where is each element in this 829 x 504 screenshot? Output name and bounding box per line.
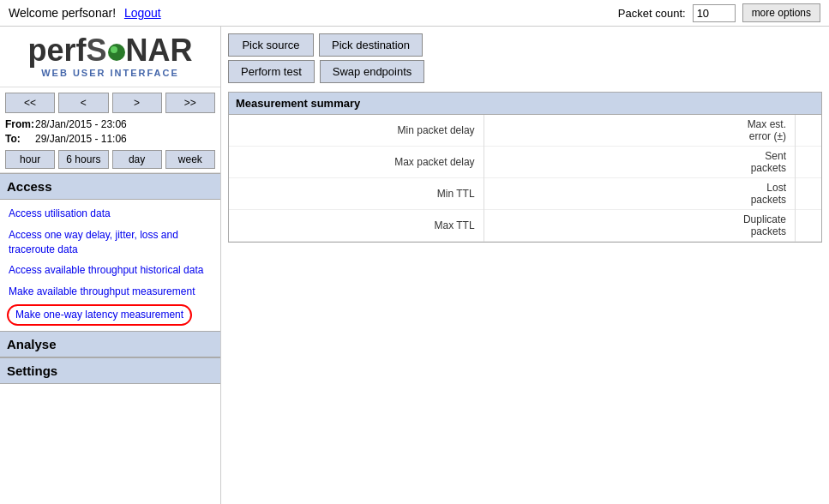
- from-label: From:: [5, 118, 35, 130]
- header: Welcome perfsonar! Logout Packet count: …: [0, 0, 829, 27]
- packet-count-label: Packet count:: [618, 7, 686, 20]
- access-delay-link[interactable]: Access one way delay, jitter, loss and t…: [7, 225, 213, 261]
- min-ttl-value: [484, 178, 735, 210]
- access-section-links: Access utilisation data Access one way d…: [0, 200, 220, 331]
- time-range-hour[interactable]: hour: [5, 150, 55, 169]
- min-packet-delay-label: Min packet delay: [229, 115, 484, 147]
- min-ttl-label: Min TTL: [229, 178, 484, 210]
- table-row: Max packet delay Sent packets: [229, 147, 821, 178]
- make-latency-link[interactable]: Make one-way latency measurement: [7, 304, 192, 326]
- lost-packets-label: Lost packets: [735, 178, 796, 210]
- to-row: To: 29/Jan/2015 - 11:06: [5, 133, 215, 145]
- main-layout: perfSNAR WEB USER INTERFACE << < > >> Fr…: [0, 27, 829, 504]
- measurement-summary: Measurement summary Min packet delay Max…: [228, 92, 822, 243]
- table-row: Min packet delay Max est. error (±): [229, 115, 821, 147]
- sidebar: perfSNAR WEB USER INTERFACE << < > >> Fr…: [0, 27, 221, 504]
- time-range-buttons: hour 6 hours day week: [5, 150, 215, 169]
- nav-first-button[interactable]: <<: [5, 93, 55, 113]
- logo-nar: NAR: [126, 33, 193, 68]
- pick-source-button[interactable]: Pick source: [228, 33, 314, 57]
- max-ttl-label: Max TTL: [229, 210, 484, 242]
- nav-next-button[interactable]: >: [112, 93, 162, 113]
- time-range-day[interactable]: day: [112, 150, 162, 169]
- table-row: Max TTL Duplicate packets: [229, 210, 821, 242]
- logo-dot-icon: [108, 44, 125, 61]
- analyse-section-header: Analyse: [0, 331, 220, 357]
- max-packet-delay-label: Max packet delay: [229, 147, 484, 178]
- more-options-button[interactable]: more options: [742, 3, 820, 22]
- perform-test-button[interactable]: Perform test: [228, 60, 315, 83]
- access-throughput-link[interactable]: Access available throughput historical d…: [7, 260, 213, 281]
- max-packet-delay-value: [484, 147, 735, 178]
- pick-destination-button[interactable]: Pick destination: [319, 33, 423, 57]
- max-est-error-value: [795, 115, 821, 147]
- logo-s: S: [87, 33, 107, 68]
- nav-last-button[interactable]: >>: [165, 93, 215, 113]
- access-section-header: Access: [0, 173, 220, 200]
- settings-section-header: Settings: [0, 357, 220, 384]
- access-utilisation-link[interactable]: Access utilisation data: [7, 203, 213, 225]
- duplicate-packets-value: [795, 210, 821, 242]
- to-label: To:: [5, 133, 35, 145]
- time-range-6hours[interactable]: 6 hours: [58, 150, 108, 169]
- content-area: Pick source Pick destination Perform tes…: [221, 27, 829, 504]
- swap-endpoints-button[interactable]: Swap endpoints: [320, 60, 425, 83]
- time-range-week[interactable]: week: [165, 150, 215, 169]
- logout-link[interactable]: Logout: [124, 6, 161, 20]
- nav-button-group: << < > >>: [5, 93, 215, 113]
- from-row: From: 28/Jan/2015 - 23:06: [5, 118, 215, 130]
- nav-prev-button[interactable]: <: [58, 93, 108, 113]
- from-value: 28/Jan/2015 - 23:06: [35, 118, 127, 130]
- sent-packets-value: [795, 147, 821, 178]
- make-throughput-link[interactable]: Make available throughput measurement: [7, 281, 213, 303]
- table-row: Min TTL Lost packets: [229, 178, 821, 210]
- test-action-buttons: Perform test Swap endpoints: [221, 60, 829, 87]
- sent-packets-label: Sent packets: [735, 147, 796, 178]
- welcome-area: Welcome perfsonar! Logout: [9, 6, 161, 20]
- logo-perf: perf: [27, 33, 86, 68]
- duplicate-packets-label: Duplicate packets: [735, 210, 796, 242]
- packet-count-input[interactable]: [693, 4, 736, 22]
- summary-table: Min packet delay Max est. error (±) Max …: [229, 115, 821, 242]
- lost-packets-value: [795, 178, 821, 210]
- logo-subtitle: WEB USER INTERFACE: [9, 68, 212, 78]
- header-right: Packet count: more options: [618, 3, 820, 22]
- max-ttl-value: [484, 210, 735, 242]
- top-action-buttons: Pick source Pick destination: [221, 27, 829, 60]
- to-value: 29/Jan/2015 - 11:06: [35, 133, 127, 145]
- measurement-summary-header: Measurement summary: [229, 93, 821, 115]
- nav-controls: << < > >> From: 28/Jan/2015 - 23:06 To: …: [0, 87, 220, 173]
- logo-area: perfSNAR WEB USER INTERFACE: [0, 27, 220, 87]
- min-packet-delay-value: [484, 115, 735, 147]
- max-est-error-label: Max est. error (±): [735, 115, 796, 147]
- logo: perfSNAR: [9, 35, 212, 66]
- welcome-text: Welcome perfsonar!: [9, 6, 116, 20]
